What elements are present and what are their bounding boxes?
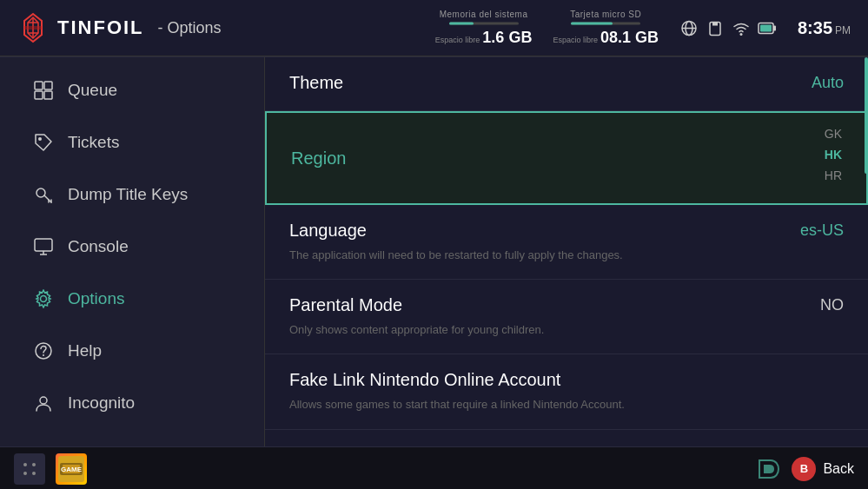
svg-point-29 bbox=[43, 354, 44, 356]
svg-point-19 bbox=[38, 137, 42, 141]
app-subtitle: - Options bbox=[158, 19, 222, 37]
svg-rect-17 bbox=[35, 91, 43, 99]
tickets-label: Tickets bbox=[68, 133, 119, 152]
sd-label: Tarjeta micro SD bbox=[570, 10, 641, 19]
logo-area: TINFOIL - Options bbox=[17, 12, 222, 43]
gear-icon bbox=[33, 288, 54, 309]
parental-header: Parental Mode NO bbox=[289, 295, 844, 315]
app-title: TINFOIL bbox=[57, 17, 144, 39]
back-label: Back bbox=[823, 461, 854, 477]
theme-value: Auto bbox=[812, 74, 844, 92]
grid-icon bbox=[33, 80, 54, 101]
language-header: Language es-US bbox=[289, 221, 844, 241]
console-label: Console bbox=[68, 237, 129, 256]
svg-rect-10 bbox=[712, 22, 718, 25]
footer: GAME B Back bbox=[0, 446, 868, 489]
sidebar-item-incognito[interactable]: Incognito bbox=[7, 380, 257, 426]
help-icon bbox=[33, 340, 54, 361]
time-value: 8:35 bbox=[798, 18, 832, 38]
region-options: GK HK HR bbox=[825, 125, 842, 191]
parental-title: Parental Mode bbox=[289, 295, 402, 315]
region-section[interactable]: Region GK HK HR bbox=[265, 111, 868, 205]
svg-point-34 bbox=[32, 472, 36, 475]
logo-icon bbox=[17, 12, 49, 43]
parental-value: NO bbox=[820, 296, 844, 314]
back-button[interactable]: B Back bbox=[792, 457, 854, 481]
system-memory: Memoria del sistema Espacio libre 1.6 GB bbox=[435, 10, 533, 47]
sd-bar-container bbox=[571, 23, 640, 25]
incognito-icon bbox=[33, 393, 54, 413]
sidebar-item-queue[interactable]: Queue bbox=[7, 68, 257, 113]
svg-rect-18 bbox=[44, 91, 52, 99]
sidebar-item-dump-title-keys[interactable]: Dump Title Keys bbox=[7, 172, 257, 217]
memory-bottom-row: Espacio libre 1.6 GB bbox=[435, 29, 533, 47]
wifi-icon bbox=[732, 18, 751, 37]
region-header: Region GK HK HR bbox=[291, 113, 842, 203]
region-option-hk[interactable]: HK bbox=[825, 146, 842, 163]
svg-point-33 bbox=[23, 472, 27, 475]
sd-free-label: Espacio libre bbox=[553, 36, 598, 44]
key-icon bbox=[33, 184, 54, 205]
memory-value: 1.6 GB bbox=[482, 29, 532, 47]
region-option-hr[interactable]: HR bbox=[825, 167, 842, 184]
fake-link-description: Allows some games to start that require … bbox=[289, 397, 844, 413]
theme-header: Theme Auto bbox=[289, 73, 844, 93]
footer-right: B Back bbox=[755, 456, 854, 482]
status-icons bbox=[679, 18, 777, 37]
fake-link-section[interactable]: Fake Link Nintendo Online Account Allows… bbox=[265, 354, 868, 429]
footer-dots-icon bbox=[14, 453, 45, 485]
time-display: 8:35 PM bbox=[798, 18, 851, 38]
scroll-indicator bbox=[865, 57, 868, 174]
parental-section[interactable]: Parental Mode NO Only shows content appr… bbox=[265, 280, 868, 354]
options-label: Options bbox=[68, 289, 124, 308]
sd-value: 08.1 GB bbox=[600, 29, 659, 47]
svg-rect-14 bbox=[760, 24, 772, 31]
sd-bottom-row: Espacio libre 08.1 GB bbox=[553, 29, 659, 47]
svg-point-32 bbox=[32, 463, 36, 466]
sidebar-item-help[interactable]: Help bbox=[7, 328, 257, 373]
content-area: Theme Auto Region GK HK HR Language es-U… bbox=[265, 57, 868, 446]
svg-point-30 bbox=[40, 397, 47, 404]
memory-bar bbox=[449, 23, 474, 25]
memory-bar-container bbox=[449, 23, 519, 25]
memory-free-label: Espacio libre bbox=[435, 36, 480, 44]
tag-icon bbox=[33, 132, 54, 153]
b-circle-button[interactable]: B bbox=[792, 457, 816, 481]
fake-link-title: Fake Link Nintendo Online Account bbox=[289, 370, 560, 390]
sidebar-item-options[interactable]: Options bbox=[7, 276, 257, 321]
svg-rect-15 bbox=[35, 82, 43, 89]
fake-link-header: Fake Link Nintendo Online Account bbox=[289, 370, 844, 390]
incognito-label: Incognito bbox=[68, 393, 135, 413]
language-value: es-US bbox=[800, 221, 844, 240]
svg-rect-5 bbox=[24, 26, 42, 30]
parental-description: Only shows content appropriate for young… bbox=[289, 322, 844, 338]
svg-rect-24 bbox=[35, 239, 52, 251]
watermark bbox=[755, 456, 781, 482]
dump-title-keys-label: Dump Title Keys bbox=[68, 185, 188, 204]
region-option-gk[interactable]: GK bbox=[825, 125, 842, 142]
theme-section[interactable]: Theme Auto bbox=[265, 57, 868, 111]
footer-game-icon: GAME bbox=[56, 453, 87, 485]
help-label: Help bbox=[68, 341, 102, 360]
svg-rect-13 bbox=[773, 25, 776, 30]
svg-line-21 bbox=[44, 195, 51, 202]
ampm-label: PM bbox=[835, 24, 851, 36]
globe-icon bbox=[679, 18, 699, 37]
svg-rect-16 bbox=[44, 82, 52, 89]
header: TINFOIL - Options Memoria del sistema Es… bbox=[0, 0, 868, 56]
queue-label: Queue bbox=[68, 81, 117, 100]
main-layout: Queue Tickets Dump Title Keys bbox=[0, 57, 868, 446]
region-title: Region bbox=[291, 149, 346, 169]
svg-text:GAME: GAME bbox=[61, 466, 83, 473]
svg-point-31 bbox=[23, 463, 27, 466]
sidebar: Queue Tickets Dump Title Keys bbox=[0, 57, 265, 446]
gamecard-icon bbox=[706, 18, 725, 37]
theme-title: Theme bbox=[289, 73, 343, 93]
sidebar-item-console[interactable]: Console bbox=[7, 224, 257, 269]
footer-left: GAME bbox=[14, 453, 87, 485]
language-description: The application will need to be restarte… bbox=[289, 248, 844, 263]
sidebar-item-tickets[interactable]: Tickets bbox=[7, 120, 257, 165]
language-section[interactable]: Language es-US The application will need… bbox=[265, 205, 868, 280]
sd-bar bbox=[571, 23, 613, 25]
memory-label: Memoria del sistema bbox=[440, 10, 528, 19]
